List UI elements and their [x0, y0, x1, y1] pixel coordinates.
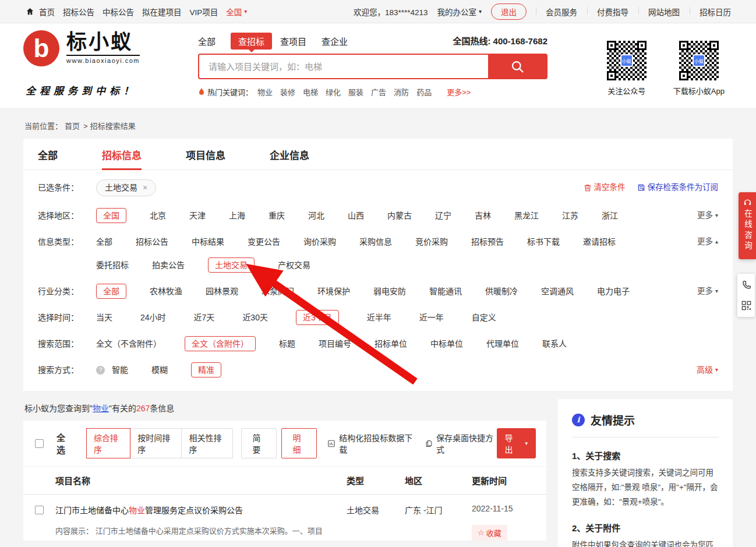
industry-option[interactable]: 农林牧渔 [150, 283, 182, 299]
row-checkbox[interactable] [35, 506, 44, 514]
advanced-search-button[interactable]: 高级▾ [697, 362, 718, 378]
industry-option[interactable]: 弱电安防 [373, 283, 406, 299]
clear-filters-button[interactable]: 清空条件 [584, 179, 626, 196]
result-title-link[interactable]: 江门市土地储备中心物业管理服务定点议价采购公告 [55, 504, 243, 516]
industry-option[interactable]: 园林景观 [206, 283, 238, 299]
selected-filter-tag[interactable]: 土地交易 × [96, 179, 156, 196]
range-option[interactable]: 代理单位 [486, 336, 519, 352]
time-option[interactable]: 24小时 [140, 309, 166, 326]
logo[interactable]: b 标小蚁 www.biaoxiaoyi.com [23, 30, 140, 66]
nav-item[interactable]: 拟在建项目 [142, 6, 182, 17]
info-type-option[interactable]: 招标公告 [136, 234, 168, 250]
range-option[interactable]: 标题 [279, 336, 295, 352]
region-option[interactable]: 全国 [96, 208, 126, 223]
breadcrumb-home[interactable]: 首页 [65, 120, 80, 131]
topbar-link[interactable]: 招标日历 [690, 6, 731, 17]
topbar-link[interactable]: 网站地图 [638, 6, 690, 17]
hot-keyword[interactable]: 服装 [348, 86, 363, 97]
method-option[interactable]: 精准 [191, 362, 221, 377]
info-type-option[interactable]: 拍卖公告 [152, 257, 185, 273]
search-tab[interactable]: 查企业 [322, 35, 348, 47]
range-option[interactable]: 中标单位 [430, 336, 463, 352]
search-tab[interactable]: 全部 [198, 35, 216, 47]
method-option[interactable]: 智能 [112, 362, 128, 378]
region-option[interactable]: 内蒙古 [387, 207, 412, 224]
nav-item[interactable]: 中标公告 [103, 6, 134, 17]
view-button[interactable]: 明细 [281, 428, 317, 458]
info-type-option[interactable]: 委托招标 [96, 257, 129, 273]
search-tab[interactable]: 查项目 [280, 35, 306, 47]
info-type-option[interactable]: 询价采购 [303, 234, 336, 250]
result-tab[interactable]: 企业信息 [270, 139, 309, 170]
logout-button[interactable]: 退出 [491, 3, 527, 20]
industry-option[interactable]: 环境保护 [317, 283, 350, 299]
time-option[interactable]: 近3个月 [296, 310, 339, 325]
help-icon[interactable]: ? [96, 366, 105, 375]
hot-keyword[interactable]: 药品 [416, 86, 432, 97]
sort-button[interactable]: 按时间排序 [130, 428, 182, 458]
hot-keyword[interactable]: 装修 [280, 86, 295, 97]
time-option[interactable]: 自定义 [472, 309, 496, 326]
hot-keywords-more[interactable]: 更多>> [447, 86, 471, 97]
topbar-link[interactable]: 会员服务 [536, 6, 587, 17]
favorite-button[interactable]: ☆收藏 [472, 525, 507, 541]
industry-option[interactable]: 智能通讯 [429, 283, 462, 299]
online-consult-button[interactable]: 在线咨询 [739, 192, 756, 259]
industry-option[interactable]: 全部 [96, 284, 126, 299]
result-tab[interactable]: 招标信息 [102, 139, 142, 170]
industry-option[interactable]: 空调通风 [541, 283, 574, 299]
remove-filter-icon[interactable]: × [143, 180, 147, 196]
range-option[interactable]: 联系人 [542, 336, 567, 352]
region-option[interactable]: 北京 [150, 207, 166, 224]
sort-button[interactable]: 相关性排序 [181, 428, 233, 458]
nav-item[interactable]: 招标公告 [63, 6, 94, 17]
view-button[interactable]: 简要 [241, 428, 277, 458]
region-option[interactable]: 浙江 [602, 207, 618, 224]
more-regions[interactable]: 更多▾ [697, 207, 718, 224]
range-option[interactable]: 全文（不含附件） [96, 336, 161, 352]
collapse-info-types[interactable]: 更多▴ [697, 234, 718, 250]
hot-keyword[interactable]: 电梯 [303, 86, 318, 97]
region-option[interactable]: 吉林 [475, 207, 491, 224]
info-type-option[interactable]: 采购信息 [359, 234, 392, 250]
info-type-option[interactable]: 招标预告 [471, 234, 504, 250]
region-option[interactable]: 江苏 [562, 207, 578, 224]
region-option[interactable]: 重庆 [269, 207, 285, 224]
info-type-option[interactable]: 变更公告 [248, 234, 280, 250]
info-type-option[interactable]: 土地交易 [208, 257, 255, 273]
result-tab[interactable]: 全部 [38, 139, 58, 170]
hot-keyword[interactable]: 绿化 [326, 86, 341, 97]
desktop-shortcut-button[interactable]: 保存桌面快捷方式 [425, 432, 497, 455]
nav-home[interactable]: 首页 [39, 6, 55, 17]
qr-contact-button[interactable] [741, 300, 752, 311]
info-type-option[interactable]: 中标结果 [192, 234, 224, 250]
export-button[interactable]: 导出▾ [497, 428, 536, 458]
info-type-option[interactable]: 全部 [96, 234, 112, 250]
search-button[interactable] [488, 55, 546, 78]
hot-keyword[interactable]: 消防 [394, 86, 409, 97]
result-tab[interactable]: 项目信息 [186, 139, 225, 170]
topbar-link[interactable]: 付费指导 [587, 6, 638, 17]
region-option[interactable]: 河北 [308, 207, 324, 224]
time-option[interactable]: 近半年 [367, 309, 391, 326]
select-all-label[interactable]: 全选 [56, 431, 73, 456]
info-type-option[interactable]: 标书下载 [527, 234, 560, 250]
industry-option[interactable]: 水泵阀门 [262, 283, 294, 299]
method-option[interactable]: 模糊 [151, 362, 168, 378]
region-option[interactable]: 辽宁 [435, 207, 451, 224]
info-type-option[interactable]: 产权交易 [278, 257, 310, 273]
time-option[interactable]: 当天 [96, 309, 112, 326]
hot-keyword[interactable]: 广告 [371, 86, 386, 97]
industry-option[interactable]: 电力电子 [597, 283, 630, 299]
range-option[interactable]: 招标单位 [375, 336, 407, 352]
save-subscription-button[interactable]: 保存检索条件为订阅 [637, 179, 719, 196]
range-option[interactable]: 全文（含附件） [185, 336, 256, 351]
more-industries[interactable]: 更多▾ [697, 283, 718, 299]
time-option[interactable]: 近7天 [194, 309, 215, 326]
select-all-checkbox[interactable] [35, 439, 44, 448]
nav-item[interactable]: VIP项目 [190, 6, 218, 17]
search-input[interactable] [199, 55, 488, 78]
region-option[interactable]: 黑龙江 [514, 207, 539, 224]
range-option[interactable]: 项目编号 [319, 336, 351, 352]
hot-keyword[interactable]: 物业 [257, 86, 273, 97]
